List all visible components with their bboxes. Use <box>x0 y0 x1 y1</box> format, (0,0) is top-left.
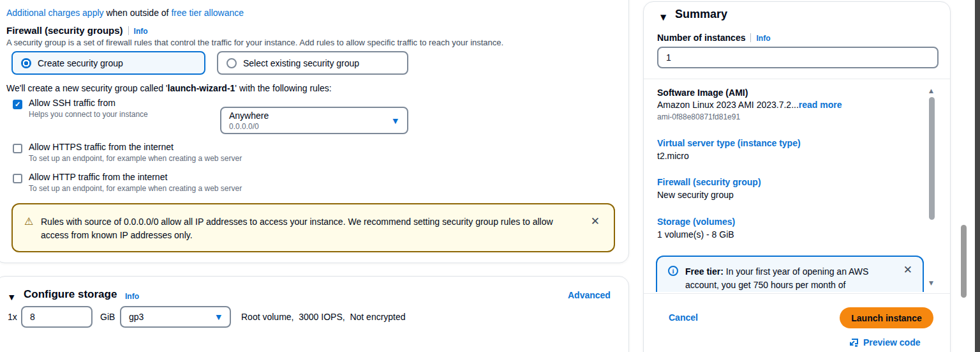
warning-close-icon[interactable]: ✕ <box>591 216 600 227</box>
checkbox-check-icon: ✓ <box>15 100 20 108</box>
dropdown-caret-icon: ▼ <box>393 117 398 125</box>
summary-footer-divider <box>644 293 950 294</box>
volume-type-value: gp3 <box>129 312 144 322</box>
charges-note-middle: when outside of <box>104 8 172 18</box>
charges-note: Additional charges apply when outside of… <box>6 8 244 18</box>
ssh-source-detail: 0.0.0.0/0 <box>229 122 259 131</box>
https-rule-sublabel: To set up an endpoint, for example when … <box>29 154 242 163</box>
instances-label-row: Number of instancesInfo <box>657 33 770 43</box>
security-group-name: launch-wizard-1 <box>168 83 235 93</box>
free-tier-allowance-link[interactable]: free tier allowance <box>171 8 244 18</box>
launch-instance-wizard: Additional charges apply when outside of… <box>0 0 980 352</box>
preview-code-label: Preview code <box>863 337 921 348</box>
summary-scrollbar-thumb[interactable] <box>929 97 935 220</box>
radio-tile-select-existing-security-group[interactable]: Select existing security group <box>217 51 408 75</box>
radio-create-label: Create security group <box>38 58 123 68</box>
instances-divider <box>750 33 751 42</box>
preview-code-icon <box>849 337 859 348</box>
storage-collapse-icon: ▼ <box>9 293 14 302</box>
radio-unselected-icon <box>226 58 237 68</box>
instances-info-link[interactable]: Info <box>756 34 770 43</box>
firewall-heading: Firewall (security groups) <box>6 25 123 36</box>
radio-tile-create-security-group[interactable]: Create security group <box>11 51 205 75</box>
summary-ami-id: ami-0f88e80871fd81e91 <box>657 112 740 121</box>
volume-detail-text: Root volume, 3000 IOPS, Not encrypted <box>241 312 406 322</box>
ssh-source-dropdown[interactable]: Anywhere 0.0.0.0/0 ▼ <box>220 107 408 134</box>
warning-icon: ⚠ <box>24 215 33 227</box>
free-tier-clip: i Free tier: In your first year of openi… <box>656 256 925 292</box>
volume-type-caret-icon: ▼ <box>216 313 221 321</box>
number-of-instances-label: Number of instances <box>657 33 745 43</box>
volume-size-input[interactable] <box>21 306 93 328</box>
summary-firewall-link[interactable]: Firewall (security group) <box>657 177 761 187</box>
radio-select-existing-label: Select existing security group <box>243 58 359 68</box>
ami-read-more-link[interactable]: read more <box>799 100 842 110</box>
ssh-checkbox[interactable]: ✓ <box>13 100 22 109</box>
summary-ami-value: Amazon Linux 2023 AMI 2023.7.2... <box>657 100 799 110</box>
configure-storage-title[interactable]: Configure storage <box>24 288 117 301</box>
summary-firewall-value: New security group <box>657 190 734 200</box>
summary-collapse-icon: ▼ <box>660 13 666 22</box>
firewall-info-link[interactable]: Info <box>134 27 148 36</box>
ssh-rule-label: Allow SSH traffic from <box>29 98 115 108</box>
storage-advanced-link[interactable]: Advanced <box>568 290 611 300</box>
summary-instance-type-link[interactable]: Virtual server type (instance type) <box>657 138 801 148</box>
firewall-heading-row: Firewall (security groups)Info <box>6 25 148 36</box>
summary-scroll-down-icon[interactable]: ▼ <box>929 280 933 286</box>
https-checkbox[interactable] <box>13 144 22 153</box>
info-icon: i <box>668 266 678 276</box>
open-access-warning: ⚠ Rules with source of 0.0.0.0/0 allow a… <box>11 203 615 252</box>
ssh-rule-sublabel: Helps you connect to your instance <box>29 110 148 119</box>
preview-code-button[interactable]: Preview code <box>849 337 921 348</box>
summary-section-toggle[interactable]: ▼ <box>660 11 666 22</box>
summary-ami-value-row: Amazon Linux 2023 AMI 2023.7.2...read mo… <box>657 100 842 110</box>
number-of-instances-input[interactable] <box>657 47 939 68</box>
summary-scroll-up-icon[interactable]: ▲ <box>929 88 933 94</box>
summary-storage-value: 1 volume(s) - 8 GiB <box>657 229 734 240</box>
additional-charges-link[interactable]: Additional charges apply <box>6 8 104 18</box>
summary-title[interactable]: Summary <box>675 8 727 21</box>
firewall-description: A security group is a set of firewall ru… <box>6 38 606 47</box>
window-right-edge <box>975 0 980 352</box>
volume-type-dropdown[interactable]: gp3 ▼ <box>120 306 231 328</box>
ssh-source-value: Anywhere <box>229 111 269 121</box>
https-rule-label: Allow HTTPS traffic from the internet <box>29 142 174 152</box>
note-suffix: ' with the following rules: <box>235 83 331 93</box>
summary-instance-type-value: t2.micro <box>657 151 689 161</box>
summary-storage-link[interactable]: Storage (volumes) <box>657 217 735 227</box>
launch-instance-button[interactable]: Launch instance <box>840 307 933 328</box>
free-tier-text: Free tier: In your first year of opening… <box>685 265 896 292</box>
volume-count-label: 1x <box>8 312 17 322</box>
http-rule-label: Allow HTTP traffic from the internet <box>29 172 167 182</box>
heading-divider <box>128 26 129 35</box>
free-tier-close-icon[interactable]: ✕ <box>903 264 912 275</box>
volume-unit-label: GiB <box>100 312 115 322</box>
security-group-note: We'll create a new security group called… <box>6 83 332 93</box>
storage-section-toggle[interactable]: ▼ <box>9 291 14 302</box>
http-rule-sublabel: To set up an endpoint, for example when … <box>29 184 242 193</box>
summary-ami-label: Software Image (AMI) <box>657 88 748 98</box>
summary-divider-top <box>644 79 950 79</box>
storage-info-link[interactable]: Info <box>125 292 139 301</box>
warning-text: Rules with source of 0.0.0.0/0 allow all… <box>41 215 579 242</box>
free-tier-alert: i Free tier: In your first year of openi… <box>656 256 924 292</box>
note-prefix: We'll create a new security group called… <box>6 83 168 93</box>
radio-selected-icon <box>21 58 31 68</box>
http-checkbox[interactable] <box>13 174 22 183</box>
window-scrollbar-thumb[interactable] <box>961 225 967 298</box>
free-tier-title: Free tier: <box>685 266 724 277</box>
cancel-button[interactable]: Cancel <box>669 312 698 323</box>
